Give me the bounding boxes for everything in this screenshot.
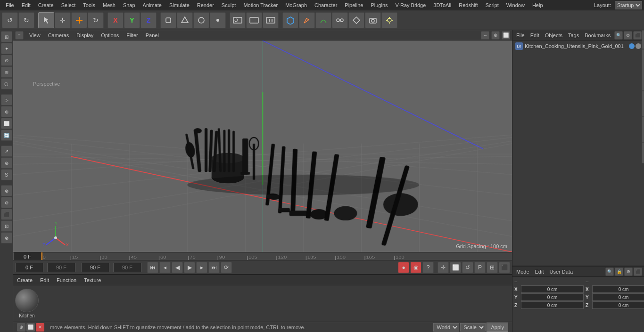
apply-button[interactable]: Apply	[487, 323, 508, 332]
preview-start-field[interactable]: 90 F	[47, 263, 75, 272]
status-icon-3[interactable]: ✕	[36, 323, 44, 332]
sidebar-btn-7[interactable]: ⊕	[1, 106, 12, 117]
menu-animate[interactable]: Animate	[139, 1, 165, 9]
layout-selector[interactable]: Layout: Startup	[594, 1, 642, 9]
vp-menu-view[interactable]: View	[27, 32, 42, 39]
sidebar-btn-11[interactable]: ⊛	[1, 157, 12, 169]
menu-edit[interactable]: Edit	[18, 1, 34, 9]
obj-settings-btn[interactable]: ⚙	[624, 31, 632, 40]
goto-end-btn[interactable]: ⏭	[208, 262, 220, 273]
y-axis-btn[interactable]: Y	[124, 12, 140, 28]
world-select[interactable]: World	[433, 323, 459, 332]
attr-input-px[interactable]	[521, 285, 584, 293]
fullscreen-btn[interactable]: ⬛	[499, 262, 510, 273]
start-frame-field[interactable]: 0 F	[15, 263, 43, 272]
array-tool[interactable]	[332, 12, 348, 28]
attr-input-sx[interactable]	[592, 285, 644, 293]
mat-create-btn[interactable]: Create	[15, 276, 34, 284]
end-frame-field[interactable]: 90 F	[81, 263, 109, 272]
attr-input-py[interactable]	[521, 293, 584, 301]
status-icon-2[interactable]: ⬜	[26, 323, 35, 332]
goto-start-btn[interactable]: ⏮	[147, 262, 158, 273]
polygon-mode[interactable]	[177, 12, 193, 28]
menu-file[interactable]: File	[2, 1, 18, 9]
camera-tool[interactable]	[365, 12, 381, 28]
pen-tool[interactable]	[299, 12, 315, 28]
select-tool[interactable]	[38, 12, 54, 28]
tab-takes[interactable]: Takes	[642, 30, 644, 49]
paint-tool[interactable]	[348, 12, 364, 28]
attr-settings-btn[interactable]: ⚙	[624, 267, 633, 276]
menu-tools[interactable]: Tools	[79, 1, 99, 9]
mat-texture-btn[interactable]: Texture	[82, 276, 103, 284]
vp-hamburger[interactable]: ≡	[15, 31, 24, 40]
vp-menu-options[interactable]: Options	[99, 32, 121, 39]
undo-button[interactable]: ↺	[2, 12, 18, 28]
menu-help[interactable]: Help	[528, 1, 547, 9]
menu-render[interactable]: Render	[193, 1, 218, 9]
menu-redshift[interactable]: Redshift	[455, 1, 481, 9]
obj-bookmarks-menu[interactable]: Bookmarks	[583, 32, 612, 39]
menu-3dtoall[interactable]: 3DToAll	[429, 1, 455, 9]
render-region[interactable]	[230, 12, 246, 28]
menu-sculpt[interactable]: Sculpt	[218, 1, 240, 9]
attr-input-sz[interactable]	[592, 301, 644, 309]
sidebar-btn-1[interactable]: ⊞	[1, 31, 12, 42]
prev-play-btn[interactable]: ◀	[172, 262, 183, 273]
vp-icon-maximize[interactable]: ⬜	[502, 31, 510, 40]
sidebar-btn-16[interactable]: ⊡	[1, 220, 12, 232]
sidebar-btn-8[interactable]: ⬜	[1, 118, 12, 129]
loop-btn[interactable]: ⟳	[221, 262, 232, 273]
material-item-kitchen[interactable]: Kitchen	[15, 289, 39, 318]
menu-vray[interactable]: V-Ray Bridge	[392, 1, 430, 9]
menu-pipeline[interactable]: Pipeline	[341, 1, 367, 9]
tab-layers[interactable]: Layers	[642, 143, 644, 163]
sidebar-btn-9[interactable]: 🔄	[1, 130, 12, 141]
render-picture[interactable]	[246, 12, 262, 28]
menu-select[interactable]: Select	[58, 1, 80, 9]
next-frame-btn[interactable]: ▸	[196, 262, 207, 273]
object-mode[interactable]	[160, 12, 176, 28]
attr-mode-menu[interactable]: Mode	[514, 268, 531, 275]
sidebar-btn-5[interactable]: ⬡	[1, 78, 12, 89]
record-active-btn[interactable]: ◉	[410, 262, 421, 273]
layout-select[interactable]: Startup	[615, 1, 642, 9]
menu-character[interactable]: Character	[311, 1, 341, 9]
viewport-canvas[interactable]: Perspective	[13, 40, 512, 252]
vp-icon-arrows[interactable]: ↔	[481, 31, 489, 40]
attr-input-sy[interactable]	[592, 293, 644, 301]
menu-snap[interactable]: Snap	[119, 1, 139, 9]
edge-mode[interactable]	[193, 12, 209, 28]
obj-file-menu[interactable]: File	[514, 32, 527, 39]
sidebar-btn-14[interactable]: ⊘	[1, 197, 12, 208]
attr-expand-btn[interactable]: ⬛	[634, 267, 642, 276]
sidebar-btn-4[interactable]: ≋	[1, 66, 12, 78]
point-mode[interactable]	[210, 12, 226, 28]
obj-search-btn[interactable]: 🔍	[614, 31, 623, 40]
menu-script[interactable]: Script	[482, 1, 503, 9]
menu-create[interactable]: Create	[34, 1, 58, 9]
sidebar-btn-17[interactable]: ⊗	[1, 232, 12, 243]
timeline-playhead[interactable]	[41, 252, 42, 260]
mat-function-btn[interactable]: Function	[55, 276, 78, 284]
menu-mesh[interactable]: Mesh	[99, 1, 119, 9]
tab-structure[interactable]: Structure	[642, 91, 644, 117]
light-tool[interactable]	[381, 12, 397, 28]
select-mode-btn[interactable]: ⬜	[450, 262, 461, 273]
preview-mode-btn[interactable]: P	[474, 262, 486, 273]
menu-plugins[interactable]: Plugins	[367, 1, 391, 9]
sidebar-btn-13[interactable]: ⊗	[1, 185, 12, 196]
render-anim[interactable]	[263, 12, 279, 28]
sidebar-btn-3[interactable]: ⊙	[1, 55, 12, 66]
rotate-mode-btn[interactable]: ↺	[462, 262, 473, 273]
mat-edit-btn[interactable]: Edit	[38, 276, 51, 284]
scale-tool[interactable]	[71, 12, 87, 28]
menu-window[interactable]: Window	[503, 1, 528, 9]
tab-content-browser[interactable]: Content Browser	[642, 49, 644, 90]
obj-objects-menu[interactable]: Objects	[543, 32, 564, 39]
attr-input-pz[interactable]	[521, 301, 584, 309]
attr-edit-menu[interactable]: Edit	[533, 268, 546, 275]
prev-frame-btn[interactable]: ◂	[159, 262, 171, 273]
x-axis-btn[interactable]: X	[107, 12, 124, 28]
obj-expand-btn[interactable]: ⬛	[633, 31, 642, 40]
